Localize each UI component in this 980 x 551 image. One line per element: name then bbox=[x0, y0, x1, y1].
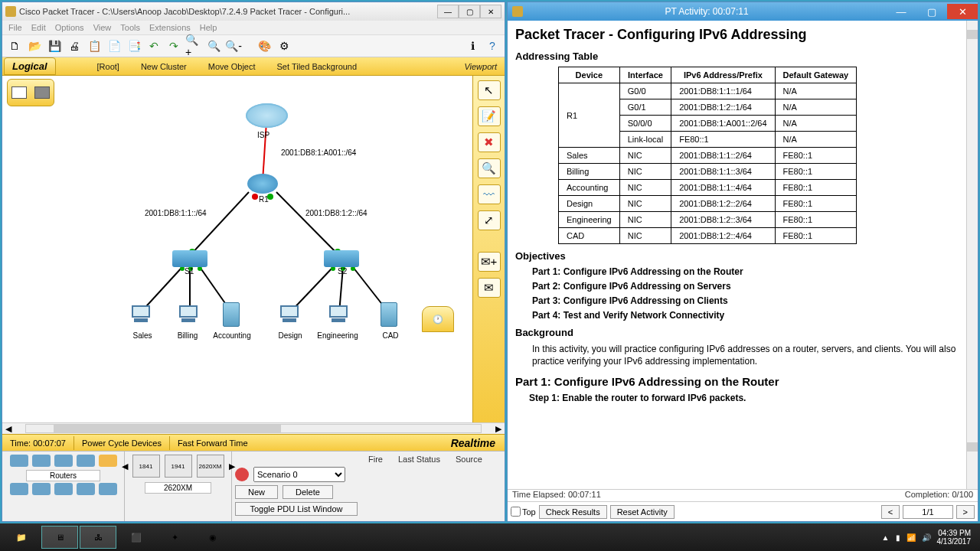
menu-tools[interactable]: Tools bbox=[120, 23, 140, 32]
menu-file[interactable]: File bbox=[8, 23, 22, 32]
new-cluster-link[interactable]: New Cluster bbox=[130, 62, 198, 71]
model-1841[interactable]: 1841 bbox=[132, 455, 160, 478]
close-button[interactable]: ✕ bbox=[480, 5, 501, 18]
activity-maximize-button[interactable]: ▢ bbox=[916, 4, 947, 19]
cat-switches-icon[interactable] bbox=[32, 455, 51, 467]
isp-cloud[interactable] bbox=[246, 103, 288, 128]
pc-sales[interactable] bbox=[129, 305, 152, 325]
fast-forward-link[interactable]: Fast Forward Time bbox=[170, 436, 256, 450]
model-1941[interactable]: 1941 bbox=[165, 455, 192, 478]
complex-pdu-icon[interactable]: ✉ bbox=[478, 278, 501, 298]
power-cycle-link[interactable]: Power Cycle Devices bbox=[74, 436, 170, 450]
switch-s2[interactable] bbox=[324, 250, 359, 267]
maximize-button[interactable]: ▢ bbox=[459, 5, 480, 18]
models-prev-icon[interactable]: ◀ bbox=[122, 461, 128, 471]
cat-custom-icon[interactable] bbox=[77, 483, 95, 495]
menu-options[interactable]: Options bbox=[55, 23, 84, 32]
cat-end-icon[interactable] bbox=[10, 483, 28, 495]
tray-up-icon[interactable]: ▲ bbox=[882, 533, 890, 542]
redo-icon[interactable]: ↷ bbox=[165, 37, 183, 55]
logical-tab[interactable]: Logical bbox=[4, 57, 56, 75]
zoom-out-icon[interactable]: 🔍- bbox=[224, 37, 243, 55]
pc-billing[interactable] bbox=[177, 305, 200, 325]
task-misc-icon[interactable]: ✦ bbox=[156, 526, 193, 549]
router-r1[interactable] bbox=[247, 174, 278, 194]
minimize-button[interactable]: — bbox=[437, 5, 459, 18]
inspect-tool-icon[interactable]: 🔍 bbox=[478, 158, 501, 178]
cat-routers-icon[interactable] bbox=[10, 455, 28, 467]
menu-view[interactable]: View bbox=[93, 23, 112, 32]
taskbar-clock[interactable]: 04:39 PM 4/13/2017 bbox=[937, 529, 972, 546]
activity-minimize-button[interactable]: — bbox=[886, 4, 916, 19]
task-app-icon[interactable]: ⬛ bbox=[118, 526, 155, 549]
prev-page-button[interactable]: < bbox=[881, 505, 900, 519]
delete-tool-icon[interactable]: ✖ bbox=[478, 132, 501, 152]
switch-s1[interactable] bbox=[172, 250, 207, 267]
info-icon[interactable]: ℹ bbox=[463, 37, 482, 55]
tray-network-icon[interactable]: 📶 bbox=[906, 533, 916, 542]
menu-edit[interactable]: Edit bbox=[31, 23, 46, 32]
check-results-button[interactable]: Check Results bbox=[539, 505, 607, 519]
activity-titlebar[interactable]: PT Activity: 00:07:11 — ▢ ✕ bbox=[508, 2, 978, 21]
pt-titlebar[interactable]: Cisco Packet Tracer - C:\Users\Anoop Jac… bbox=[2, 2, 505, 21]
new-scenario-button[interactable]: New bbox=[235, 485, 278, 499]
copy-icon[interactable]: 📄 bbox=[105, 37, 123, 55]
next-page-button[interactable]: > bbox=[956, 505, 975, 519]
top-checkbox[interactable]: Top bbox=[511, 507, 536, 517]
undo-icon[interactable]: ↶ bbox=[145, 37, 163, 55]
help-icon[interactable]: ? bbox=[483, 37, 501, 55]
navigation-widget[interactable] bbox=[7, 79, 54, 106]
server-cad[interactable] bbox=[381, 302, 397, 327]
realtime-badge[interactable]: 🕐 bbox=[422, 306, 454, 332]
task-pt-icon[interactable]: 🖥 bbox=[41, 526, 78, 549]
paste-icon[interactable]: 📑 bbox=[125, 37, 143, 55]
task-chrome-icon[interactable]: ◉ bbox=[194, 526, 231, 549]
cat-multi-icon[interactable] bbox=[99, 483, 117, 495]
scenario-select[interactable]: Scenario 0 bbox=[253, 467, 345, 482]
save-icon[interactable]: 💾 bbox=[45, 37, 64, 55]
root-link[interactable]: [Root] bbox=[87, 62, 130, 71]
h-scrollbar[interactable]: ◀▶ bbox=[2, 422, 505, 434]
set-bg-link[interactable]: Set Tiled Background bbox=[266, 62, 368, 71]
draw-tool-icon[interactable]: 〰 bbox=[478, 184, 501, 204]
tray-battery-icon[interactable]: ▮ bbox=[896, 533, 900, 542]
resize-tool-icon[interactable]: ⤢ bbox=[478, 210, 501, 230]
viewport-link[interactable]: Viewport bbox=[456, 60, 505, 73]
pc-design[interactable] bbox=[278, 305, 301, 325]
accounting-label: Accounting bbox=[209, 331, 255, 340]
model-2620xm[interactable]: 2620XM bbox=[197, 455, 224, 478]
reset-activity-button[interactable]: Reset Activity bbox=[610, 505, 675, 519]
palette-icon[interactable]: 🎨 bbox=[255, 37, 273, 55]
move-object-link[interactable]: Move Object bbox=[198, 62, 266, 71]
activity-scrollbar[interactable] bbox=[966, 21, 978, 489]
server-accounting[interactable] bbox=[223, 302, 240, 327]
cat-hubs-icon[interactable] bbox=[54, 455, 73, 467]
select-tool-icon[interactable]: ↖ bbox=[478, 80, 501, 100]
cat-security-icon[interactable] bbox=[32, 483, 51, 495]
cat-wireless-icon[interactable] bbox=[77, 455, 95, 467]
print-icon[interactable]: 🖨 bbox=[65, 37, 83, 55]
zoom-reset-icon[interactable]: 🔍 bbox=[204, 37, 223, 55]
zoom-in-icon[interactable]: 🔍+ bbox=[185, 37, 203, 55]
wizard-icon[interactable]: 📋 bbox=[85, 37, 103, 55]
menu-help[interactable]: Help bbox=[200, 23, 217, 32]
topology-canvas[interactable]: ISP 2001:DB8:1:A001::/64 R1 2001:DB8:1:1… bbox=[2, 76, 472, 422]
pc-engineering[interactable] bbox=[327, 305, 350, 325]
activity-close-button[interactable]: ✕ bbox=[947, 4, 978, 19]
note-tool-icon[interactable]: 📝 bbox=[478, 106, 501, 126]
cat-connections-icon[interactable] bbox=[99, 455, 117, 467]
task-pt2-icon[interactable]: 🖧 bbox=[80, 526, 116, 549]
simple-pdu-icon[interactable]: ✉+ bbox=[478, 252, 501, 272]
activity-body[interactable]: Packet Tracer - Configuring IPv6 Address… bbox=[508, 21, 978, 489]
open-file-icon[interactable]: 📂 bbox=[25, 37, 44, 55]
realtime-tab[interactable]: Realtime bbox=[442, 435, 505, 452]
custom-device-icon[interactable]: ⚙ bbox=[275, 37, 293, 55]
task-explorer-icon[interactable]: 📁 bbox=[3, 526, 40, 549]
menu-extensions[interactable]: Extensions bbox=[149, 23, 191, 32]
toggle-pdu-button[interactable]: Toggle PDU List Window bbox=[235, 502, 358, 516]
delete-scenario-button[interactable]: Delete bbox=[283, 485, 333, 499]
tray-volume-icon[interactable]: 🔊 bbox=[922, 533, 931, 542]
cat-wan-icon[interactable] bbox=[54, 483, 73, 495]
new-file-icon[interactable]: 🗋 bbox=[5, 37, 24, 55]
system-tray[interactable]: ▲ ▮ 📶 🔊 04:39 PM 4/13/2017 bbox=[882, 529, 977, 546]
